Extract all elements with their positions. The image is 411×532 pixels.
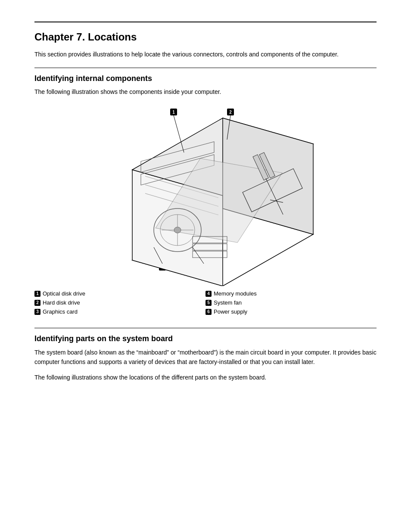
label-3-text: Graphics card <box>43 308 78 315</box>
component-labels: 1 Optical disk drive 2 Hard disk drive 3… <box>34 290 377 317</box>
label-item-4: 4 Memory modules <box>206 290 377 297</box>
label-item-2: 2 Hard disk drive <box>34 299 206 306</box>
computer-illustration: 1 2 3 4 5 6 <box>93 101 318 286</box>
label-item-5: 5 System fan <box>206 299 377 306</box>
svg-text:1: 1 <box>172 110 175 115</box>
label-2-text: Hard disk drive <box>43 299 80 306</box>
section2-intro2: The following illustrations show the loc… <box>34 373 377 382</box>
label-item-1: 1 Optical disk drive <box>34 290 206 297</box>
label-item-6: 6 Power supply <box>206 308 377 315</box>
badge-3: 3 <box>34 309 40 315</box>
section2-title: Identifying parts on the system board <box>34 334 377 343</box>
badge-1: 1 <box>34 291 40 297</box>
labels-right-col: 4 Memory modules 5 System fan 6 Power su… <box>206 290 377 317</box>
badge-2: 2 <box>34 300 40 306</box>
diagram-area: 1 2 3 4 5 6 <box>34 101 377 286</box>
section2-rule <box>34 328 377 328</box>
page: Chapter 7. Locations This section provid… <box>0 22 411 532</box>
badge-5: 5 <box>206 300 212 306</box>
label-1-text: Optical disk drive <box>43 290 85 297</box>
section1-title: Identifying internal components <box>34 74 377 83</box>
label-item-3: 3 Graphics card <box>34 308 206 315</box>
svg-point-24 <box>174 227 181 233</box>
badge-6: 6 <box>206 309 212 315</box>
label-4-text: Memory modules <box>214 290 257 297</box>
labels-left-col: 1 Optical disk drive 2 Hard disk drive 3… <box>34 290 206 317</box>
computer-svg: 1 2 3 4 5 6 <box>93 101 318 286</box>
label-6-text: Power supply <box>214 308 247 315</box>
section1-intro: The following illustration shows the com… <box>34 87 377 96</box>
label-5-text: System fan <box>214 299 242 306</box>
section2-intro1: The system board (also known as the “mai… <box>34 348 377 367</box>
badge-4: 4 <box>206 291 212 297</box>
svg-text:2: 2 <box>229 110 232 115</box>
chapter-title: Chapter 7. Locations <box>34 31 377 43</box>
chapter-intro: This section provides illustrations to h… <box>34 50 377 59</box>
section1-rule <box>34 68 377 68</box>
top-rule <box>34 22 377 22</box>
